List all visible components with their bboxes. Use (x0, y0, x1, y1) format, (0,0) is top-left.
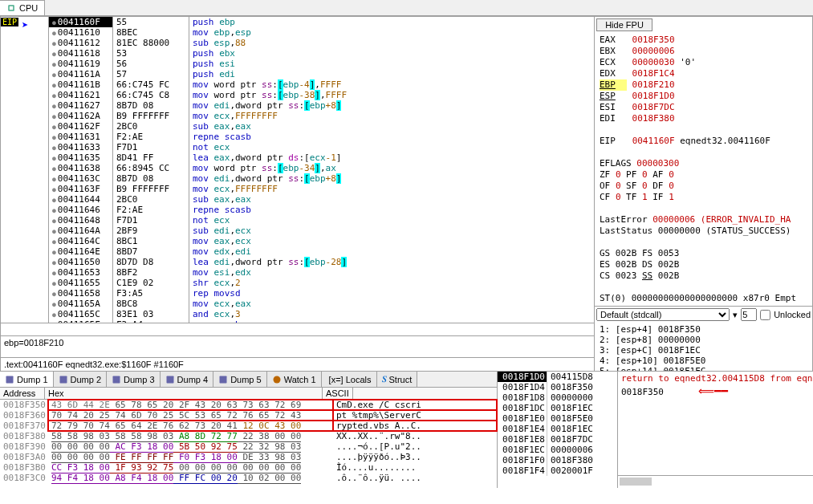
disasm-address[interactable]: 00411650 (49, 257, 112, 267)
hex-row[interactable]: 0018F38058 58 98 03 58 58 98 03 A8 8D 72… (0, 431, 497, 441)
dump-tab[interactable]: Dump 2 (54, 372, 108, 387)
hex-body[interactable]: 0018F35043 6D 44 2E 65 78 65 20 2F 43 20… (0, 400, 497, 483)
callstack-panel[interactable]: 1: [esp+4] 0018F3502: [esp+8] 000000003:… (595, 323, 812, 371)
disasm-address[interactable]: 0041161B (49, 79, 112, 90)
disasm-address[interactable]: 0041164C (49, 236, 112, 246)
hex-row[interactable]: 0018F39000 00 00 00 AC F3 18 00 5B 50 92… (0, 441, 497, 452)
callstack-row[interactable]: 2: [esp+8] 00000000 (600, 335, 807, 345)
stack-row[interactable]: 0018F1E00018F5E0 (498, 413, 617, 424)
disasm-address[interactable]: 00411644 (49, 194, 112, 205)
hex-ascii: ....þÿÿÿðó..Þ3.. (333, 452, 497, 462)
disasm-address[interactable]: 00411653 (49, 267, 112, 278)
callconv-count[interactable] (741, 308, 757, 321)
stack-row[interactable]: 0018F1DC0018F1EC (498, 403, 617, 413)
disasm-address[interactable]: 00411627 (49, 100, 112, 111)
info-line-2: .text:0041160F eqnedt32.exe:$1160F #1160… (1, 357, 594, 371)
dump-tab[interactable]: Dump 1 (0, 372, 54, 387)
dump-icon (218, 375, 228, 384)
stack-row[interactable]: 0018F1F40020001F (498, 465, 617, 476)
disasm-instr: mov ecx,FFFFFFFF (189, 184, 594, 194)
disasm-address[interactable]: 0041165C (49, 309, 112, 319)
stack-address: 0018F1F0 (498, 455, 547, 465)
stack-row[interactable]: 0018F1F00018F380 (498, 455, 617, 465)
stack-row[interactable]: 0018F1D800000000 (498, 392, 617, 403)
disasm-bytes: 53 (113, 48, 189, 59)
register-row[interactable]: ECX 00000030 '0' (600, 57, 807, 68)
dump-tab[interactable]: Dump 5 (213, 372, 267, 387)
hex-row[interactable]: 0018F3B0CC F3 18 00 1F 93 92 75 00 00 00… (0, 462, 497, 473)
dump-tab[interactable]: 𝑺Struct (377, 372, 418, 387)
disasm-address[interactable]: 00411610 (49, 27, 112, 38)
disasm-address[interactable]: 00411658 (49, 288, 112, 299)
cpu-tab[interactable]: CPU (0, 0, 45, 15)
hide-fpu-button[interactable]: Hide FPU (596, 18, 652, 31)
unlocked-checkbox[interactable] (760, 310, 770, 320)
eip-arrow-icon: ➤ (22, 18, 28, 31)
disasm-address[interactable]: 0041163F (49, 184, 112, 194)
disasm-address[interactable]: 00411612 (49, 38, 112, 48)
return-scrollbar[interactable] (618, 475, 813, 488)
disasm-scrollbar[interactable] (1, 323, 594, 335)
hex-row[interactable]: 0018F35043 6D 44 2E 65 78 65 20 2F 43 20… (0, 400, 497, 410)
disasm-bytes: 57 (113, 69, 189, 79)
callconv-select[interactable]: Default (stdcall) (596, 308, 730, 321)
stack-panel[interactable]: 0018F1D0004115D80018F1D40018F3500018F1D8… (498, 372, 618, 488)
register-row[interactable]: EAX 0018F350 (600, 35, 807, 46)
spinner-down-icon[interactable]: ▾ (733, 310, 738, 320)
eip-row[interactable]: EIP 0041160F eqnedt32.0041160F (600, 136, 807, 147)
stack-row[interactable]: 0018F1E80018F7DC (498, 434, 617, 445)
hex-address: 0018F380 (0, 431, 48, 441)
hex-ascii: Ìó....u........ (333, 462, 497, 473)
disasm-address[interactable]: 0041164A (49, 226, 112, 236)
hex-row[interactable]: 0018F3C094 F4 18 00 A8 F4 18 00 FF FC 00… (0, 473, 497, 483)
register-row[interactable]: EBP 0018F210 (600, 79, 807, 91)
disasm-address[interactable]: 00411638 (49, 163, 112, 173)
registers-panel[interactable]: EAX 0018F350EBX 00000006ECX 00000030 '0'… (595, 33, 812, 306)
disasm-address[interactable]: 0041162F (49, 121, 112, 132)
disasm-address[interactable]: 0041165A (49, 299, 112, 309)
stack-row[interactable]: 0018F1D40018F350 (498, 382, 617, 392)
disasm-bytes: F7D1 (113, 215, 189, 226)
disasm-address[interactable]: 0041163C (49, 173, 112, 184)
register-row[interactable]: EDI 0018F380 (600, 113, 807, 124)
disasm-instr: rep movsd (189, 288, 594, 299)
dump-tab[interactable]: Dump 4 (161, 372, 214, 387)
disasm-panel[interactable]: EIP ➤ 0041160F00411610004116120041161800… (1, 17, 594, 323)
disasm-address[interactable]: 00411655 (49, 278, 112, 288)
register-row[interactable]: ESI 0018F7DC (600, 102, 807, 113)
callstack-row[interactable]: 5: [esp+14] 0018F1EC (600, 366, 807, 371)
disasm-bytes: 66:C745 C8 (113, 90, 189, 100)
disasm-instr: mov edi,dword ptr ss:[ebp+8] (189, 100, 594, 111)
stack-row[interactable]: 0018F1D0004115D8 (498, 372, 617, 382)
disasm-address[interactable]: 0041161A (49, 69, 112, 79)
hex-row[interactable]: 0018F37072 79 70 74 65 64 2E 76 62 73 20… (0, 421, 497, 431)
eflags-row: EFLAGS 00000300 (600, 158, 807, 169)
disasm-address[interactable]: 0041164E (49, 246, 112, 257)
callstack-row[interactable]: 3: [esp+C] 0018F1EC (600, 345, 807, 356)
address-column[interactable]: 0041160F00411610004116120041161800411619… (49, 17, 113, 323)
dump-tab[interactable]: Watch 1 (267, 372, 322, 387)
disasm-address[interactable]: 00411619 (49, 59, 112, 69)
disasm-address[interactable]: 00411631 (49, 132, 112, 142)
disasm-address[interactable]: 00411635 (49, 152, 112, 163)
disasm-address[interactable]: 0041162A (49, 111, 112, 121)
hex-row[interactable]: 0018F36070 74 20 25 74 6D 70 25 5C 53 65… (0, 410, 497, 421)
register-row[interactable]: EBX 00000006 (600, 46, 807, 57)
callstack-row[interactable]: 1: [esp+4] 0018F350 (600, 324, 807, 335)
disasm-address[interactable]: 00411633 (49, 142, 112, 152)
disasm-bytes: F3:A5 (113, 288, 189, 299)
dump-tab[interactable]: [x=] Locals (322, 372, 377, 387)
disasm-address[interactable]: 00411648 (49, 215, 112, 226)
disasm-bytes: F2:AE (113, 132, 189, 142)
register-row[interactable]: EDX 0018F1C4 (600, 68, 807, 79)
callstack-row[interactable]: 4: [esp+10] 0018F5E0 (600, 356, 807, 366)
disasm-address[interactable]: 00411621 (49, 90, 112, 100)
stack-row[interactable]: 0018F1E40018F1EC (498, 424, 617, 434)
dump-tab[interactable]: Dump 3 (107, 372, 161, 387)
disasm-address[interactable]: 00411646 (49, 205, 112, 215)
disasm-address[interactable]: 00411618 (49, 48, 112, 59)
stack-row[interactable]: 0018F1EC00000006 (498, 445, 617, 455)
disasm-address[interactable]: 0041160F (49, 17, 112, 27)
hex-row[interactable]: 0018F3A000 00 00 00 FE FF FF FF F0 F3 18… (0, 452, 497, 462)
register-row[interactable]: ESP 0018F1D0 (600, 91, 807, 102)
